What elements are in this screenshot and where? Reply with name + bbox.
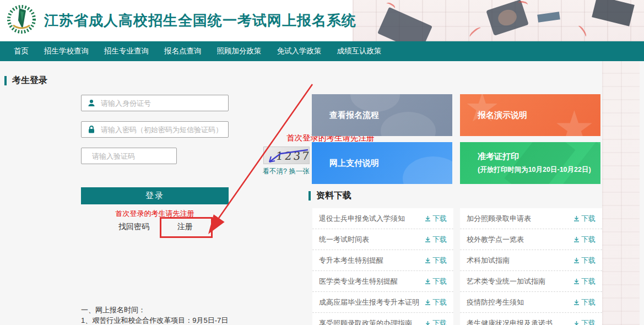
nav-item-site-query[interactable]: 报名点查询	[164, 46, 202, 56]
graduation-cap-image	[537, 12, 560, 22]
download-file-name: 统一考试时间表	[319, 235, 369, 245]
captcha-input[interactable]	[92, 152, 189, 160]
download-link[interactable]: 下载	[573, 297, 596, 307]
nav-item-school-query[interactable]: 招生学校查询	[44, 46, 89, 56]
graduation-cap-image	[592, 0, 635, 26]
download-link[interactable]: 下载	[573, 256, 596, 266]
download-row: 疫情防控考生须知 下载	[460, 292, 602, 313]
captcha-noise-stroke	[264, 147, 310, 164]
building-photo-background	[602, 61, 640, 325]
person-icon	[87, 99, 96, 107]
nav-item-score-recognition[interactable]: 成绩互认政策	[337, 46, 382, 56]
download-row: 加分照顾录取申请表 下载	[460, 208, 602, 229]
download-file-name: 成高应届毕业生报考专升本证明	[319, 297, 419, 307]
download-icon	[573, 278, 580, 284]
download-row: 享受照顾录取政策的办理指南 下载	[312, 313, 453, 325]
download-file-name: 艺术类专业统一加试指南	[467, 277, 545, 286]
download-file-name: 医学类专业考生特别提醒	[319, 277, 398, 286]
forgot-password-link[interactable]: 找回密码	[118, 222, 149, 232]
nav-item-bonus-policy[interactable]: 照顾加分政策	[217, 46, 262, 56]
download-icon	[573, 215, 580, 221]
download-row: 考生健康状况申报及承诺书 下载	[460, 313, 602, 325]
site-logo	[6, 3, 37, 37]
graduation-cap-image	[377, 7, 432, 41]
print-window-note: (开放打印时间为10月20日-10月22日)	[478, 165, 600, 175]
download-link[interactable]: 下载	[573, 318, 596, 325]
captcha-refresh-link[interactable]: 看不清? 换一张	[258, 167, 310, 176]
page-header: 江苏省成人高校招生全国统一考试网上报名系统	[0, 0, 644, 41]
schedule-line: 一、网上报名时间：	[81, 305, 228, 315]
download-list-right: 加分照顾录取申请表 下载 校外教学点一览表 下载 术科加试指南 下载 艺术类专业…	[460, 208, 602, 325]
site-title: 江苏省成人高校招生全国统一考试网上报名系统	[44, 11, 356, 30]
download-icon	[425, 278, 431, 284]
id-number-input[interactable]	[101, 99, 228, 107]
download-file-name: 专升本考生特别提醒	[319, 256, 383, 266]
schedule-line: 1、艰苦行业和校企合作改革项目：9月5日-7日	[81, 315, 228, 325]
downloads-section-title: 资料下载	[309, 190, 351, 202]
nav-item-exemption-policy[interactable]: 免试入学政策	[277, 46, 322, 56]
download-row: 专升本考生特别提醒 下载	[312, 250, 453, 271]
card-online-payment-info[interactable]: 网上支付说明	[312, 142, 452, 184]
nav-item-major-query[interactable]: 招生专业查询	[104, 46, 149, 56]
page-content: 考生登录 1237	[0, 61, 644, 325]
password-input[interactable]	[101, 126, 228, 134]
login-button[interactable]: 登录	[81, 187, 229, 204]
download-icon	[425, 299, 431, 305]
download-row: 成高应届毕业生报考专升本证明 下载	[312, 292, 453, 313]
main-navigation: 首页 招生学校查询 招生专业查询 报名点查询 照顾加分政策 免试入学政策 成绩互…	[0, 41, 644, 61]
red-tassel	[468, 26, 483, 39]
download-file-name: 考生健康状况申报及承诺书	[467, 318, 553, 325]
registration-schedule: 一、网上报名时间： 1、艰苦行业和校企合作改革项目：9月5日-7日 2、其他考生…	[81, 305, 228, 325]
login-form: 1237 看不清? 换一张 登录 首次登录的考生请先注册 找回密码 注册	[81, 61, 229, 325]
captcha-image[interactable]: 1237	[263, 147, 310, 164]
download-row: 医学类专业考生特别提醒 下载	[312, 271, 453, 292]
download-icon	[573, 236, 580, 242]
download-icon	[573, 257, 580, 263]
download-link[interactable]: 下载	[425, 256, 447, 266]
nav-item-home[interactable]: 首页	[14, 46, 29, 56]
download-row: 艺术类专业统一加试指南 下载	[460, 271, 602, 292]
download-link[interactable]: 下载	[573, 235, 596, 245]
download-icon	[425, 236, 431, 242]
register-link[interactable]: 注册	[177, 222, 193, 232]
download-file-name: 术科加试指南	[467, 256, 510, 266]
download-icon	[573, 299, 580, 305]
download-link[interactable]: 下载	[425, 235, 447, 245]
card-view-registration-process[interactable]: 查看报名流程	[312, 94, 452, 136]
captcha-field-wrap	[81, 148, 177, 164]
download-link[interactable]: 下载	[425, 297, 447, 307]
download-file-name: 退役士兵申报免试入学须知	[319, 214, 405, 224]
download-row: 统一考试时间表 下载	[312, 229, 453, 250]
red-tassel	[576, 24, 588, 38]
download-list-left: 退役士兵申报免试入学须知 下载 统一考试时间表 下载 专升本考生特别提醒 下载 …	[312, 208, 453, 325]
download-row: 退役士兵申报免试入学须知 下载	[312, 208, 453, 229]
download-file-name: 校外教学点一览表	[467, 235, 524, 245]
card-admission-ticket-print[interactable]: 准考证打印 (开放打印时间为10月20日-10月22日)	[460, 142, 600, 184]
download-file-name: 享受照顾录取政策的办理指南	[319, 318, 412, 325]
download-icon	[425, 321, 431, 325]
download-row: 术科加试指南 下载	[460, 250, 602, 271]
download-link[interactable]: 下载	[425, 214, 447, 224]
download-link[interactable]: 下载	[573, 214, 596, 224]
download-link[interactable]: 下载	[425, 318, 447, 325]
register-hint-text: 首次登录的考生请先注册	[81, 209, 229, 219]
login-section-title: 考生登录	[4, 75, 47, 86]
download-link[interactable]: 下载	[573, 277, 596, 286]
download-file-name: 疫情防控考生须知	[467, 297, 524, 307]
download-link[interactable]: 下载	[425, 277, 447, 286]
download-icon	[425, 257, 431, 263]
download-row: 校外教学点一览表 下载	[460, 229, 602, 250]
card-registration-demo[interactable]: ★ ★ 报名演示说明	[460, 94, 600, 136]
download-icon	[573, 321, 580, 325]
id-number-field-wrap	[81, 95, 229, 111]
password-field-wrap	[81, 121, 229, 138]
graduation-photo-background	[353, 0, 644, 41]
download-file-name: 加分照顾录取申请表	[467, 214, 531, 224]
lock-icon	[87, 125, 96, 134]
section-accent-bar	[4, 76, 7, 85]
download-icon	[425, 215, 431, 221]
section-accent-bar	[309, 191, 311, 201]
